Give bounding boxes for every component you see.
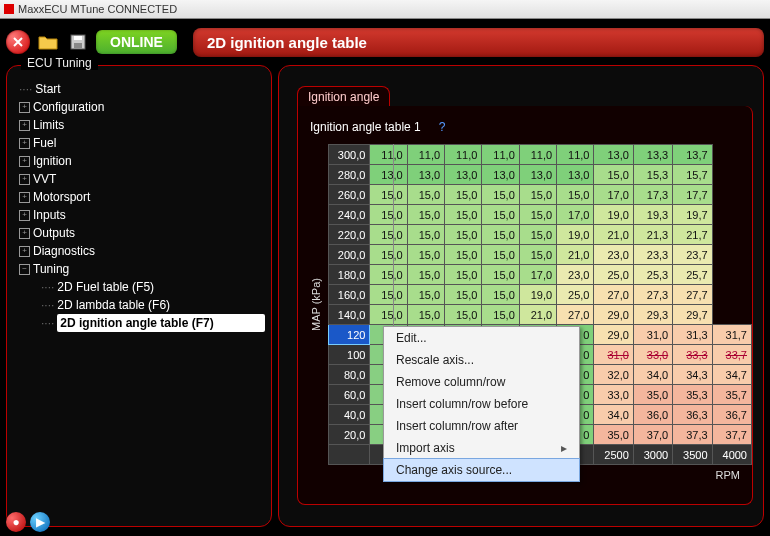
row-header[interactable]: 180,0 <box>329 265 370 285</box>
table-cell[interactable]: 15,0 <box>445 205 482 225</box>
context-menu-item[interactable]: Insert column/row before <box>384 393 579 415</box>
content-tab[interactable]: Ignition angle <box>297 86 390 107</box>
tree-item[interactable]: +Limits <box>19 116 265 134</box>
table-cell[interactable]: 25,0 <box>557 285 594 305</box>
table-cell[interactable]: 15,3 <box>633 165 672 185</box>
table-cell[interactable]: 31,3 <box>673 325 712 345</box>
context-menu-item[interactable]: Edit... <box>384 327 579 349</box>
table-cell[interactable]: 15,0 <box>370 225 407 245</box>
row-header[interactable]: 240,0 <box>329 205 370 225</box>
row-header[interactable]: 160,0 <box>329 285 370 305</box>
play-button[interactable]: ▶ <box>30 512 50 532</box>
row-header[interactable]: 280,0 <box>329 165 370 185</box>
table-cell[interactable]: 13,0 <box>370 165 407 185</box>
table-cell[interactable]: 15,0 <box>519 225 556 245</box>
tree-child-item[interactable]: ····2D ignition angle table (F7) <box>19 314 265 332</box>
row-header[interactable]: 100 <box>329 345 370 365</box>
table-cell[interactable]: 27,0 <box>594 285 633 305</box>
table-cell[interactable]: 15,0 <box>407 305 444 325</box>
close-button[interactable] <box>6 30 30 54</box>
table-cell[interactable]: 15,0 <box>370 265 407 285</box>
table-cell[interactable]: 29,0 <box>594 305 633 325</box>
open-folder-button[interactable] <box>36 30 60 54</box>
table-cell[interactable]: 15,0 <box>407 185 444 205</box>
table-cell[interactable]: 25,7 <box>673 265 712 285</box>
table-cell[interactable]: 36,3 <box>673 405 712 425</box>
table-cell[interactable]: 15,0 <box>445 185 482 205</box>
tree-item[interactable]: ····Start <box>19 80 265 98</box>
table-cell[interactable]: 27,7 <box>673 285 712 305</box>
tree-item[interactable]: +Configuration <box>19 98 265 116</box>
table-cell[interactable]: 15,0 <box>370 185 407 205</box>
table-cell[interactable]: 13,0 <box>482 165 519 185</box>
table-cell[interactable]: 11,0 <box>519 145 556 165</box>
tree-child-item[interactable]: ····2D Fuel table (F5) <box>19 278 265 296</box>
table-cell[interactable]: 21,0 <box>594 225 633 245</box>
table-cell[interactable]: 33,3 <box>673 345 712 365</box>
table-cell[interactable]: 15,0 <box>482 285 519 305</box>
tree-item[interactable]: +VVT <box>19 170 265 188</box>
table-cell[interactable]: 23,0 <box>557 265 594 285</box>
table-cell[interactable]: 34,7 <box>712 365 751 385</box>
table-cell[interactable]: 17,3 <box>633 185 672 205</box>
col-header[interactable]: 4000 <box>712 445 751 465</box>
table-cell[interactable]: 13,7 <box>673 145 712 165</box>
table-cell[interactable]: 15,0 <box>445 285 482 305</box>
tree-item[interactable]: +Fuel <box>19 134 265 152</box>
table-cell[interactable]: 31,0 <box>594 345 633 365</box>
table-cell[interactable]: 29,3 <box>633 305 672 325</box>
table-cell[interactable]: 36,7 <box>712 405 751 425</box>
table-cell[interactable]: 21,7 <box>673 225 712 245</box>
table-cell[interactable]: 13,3 <box>633 145 672 165</box>
table-cell[interactable]: 15,0 <box>557 185 594 205</box>
context-menu-item[interactable]: Rescale axis... <box>384 349 579 371</box>
table-cell[interactable]: 27,0 <box>557 305 594 325</box>
table-cell[interactable]: 37,7 <box>712 425 751 445</box>
table-cell[interactable]: 15,0 <box>482 185 519 205</box>
table-cell[interactable]: 19,0 <box>594 205 633 225</box>
table-cell[interactable]: 15,0 <box>407 245 444 265</box>
context-menu-item[interactable]: Change axis source... <box>383 458 580 482</box>
help-icon[interactable]: ? <box>439 120 446 134</box>
table-cell[interactable]: 15,0 <box>482 205 519 225</box>
table-cell[interactable]: 15,0 <box>519 205 556 225</box>
row-header[interactable]: 140,0 <box>329 305 370 325</box>
record-button[interactable]: ● <box>6 512 26 532</box>
table-cell[interactable]: 34,3 <box>673 365 712 385</box>
table-cell[interactable]: 11,0 <box>370 145 407 165</box>
table-cell[interactable]: 35,3 <box>673 385 712 405</box>
table-cell[interactable]: 13,0 <box>519 165 556 185</box>
table-cell[interactable]: 23,3 <box>633 245 672 265</box>
table-cell[interactable]: 19,0 <box>557 225 594 245</box>
table-cell[interactable]: 29,0 <box>594 325 633 345</box>
context-menu-item[interactable]: Remove column/row <box>384 371 579 393</box>
side-panel-tab[interactable]: ECU Tuning <box>21 56 98 70</box>
col-header[interactable]: 3000 <box>633 445 672 465</box>
table-cell[interactable]: 17,7 <box>673 185 712 205</box>
table-cell[interactable]: 15,0 <box>370 285 407 305</box>
table-cell[interactable]: 15,0 <box>407 285 444 305</box>
row-header[interactable]: 200,0 <box>329 245 370 265</box>
table-cell[interactable]: 33,0 <box>633 345 672 365</box>
table-cell[interactable]: 25,3 <box>633 265 672 285</box>
table-cell[interactable]: 31,0 <box>633 325 672 345</box>
tree-item[interactable]: −Tuning <box>19 260 265 278</box>
row-header[interactable]: 40,0 <box>329 405 370 425</box>
table-cell[interactable]: 15,0 <box>594 165 633 185</box>
table-cell[interactable]: 21,0 <box>519 305 556 325</box>
table-cell[interactable]: 25,0 <box>594 265 633 285</box>
table-cell[interactable]: 11,0 <box>482 145 519 165</box>
table-cell[interactable]: 15,0 <box>370 245 407 265</box>
table-cell[interactable]: 13,0 <box>407 165 444 185</box>
table-cell[interactable]: 21,0 <box>557 245 594 265</box>
table-cell[interactable]: 15,0 <box>370 205 407 225</box>
table-cell[interactable]: 33,7 <box>712 345 751 365</box>
table-cell[interactable]: 11,0 <box>445 145 482 165</box>
tree-item[interactable]: +Diagnostics <box>19 242 265 260</box>
table-cell[interactable]: 19,7 <box>673 205 712 225</box>
tree-item[interactable]: +Motorsport <box>19 188 265 206</box>
table-cell[interactable]: 15,0 <box>445 305 482 325</box>
tree-child-item[interactable]: ····2D lambda table (F6) <box>19 296 265 314</box>
connection-status-pill[interactable]: ONLINE <box>96 30 177 54</box>
table-cell[interactable]: 21,3 <box>633 225 672 245</box>
